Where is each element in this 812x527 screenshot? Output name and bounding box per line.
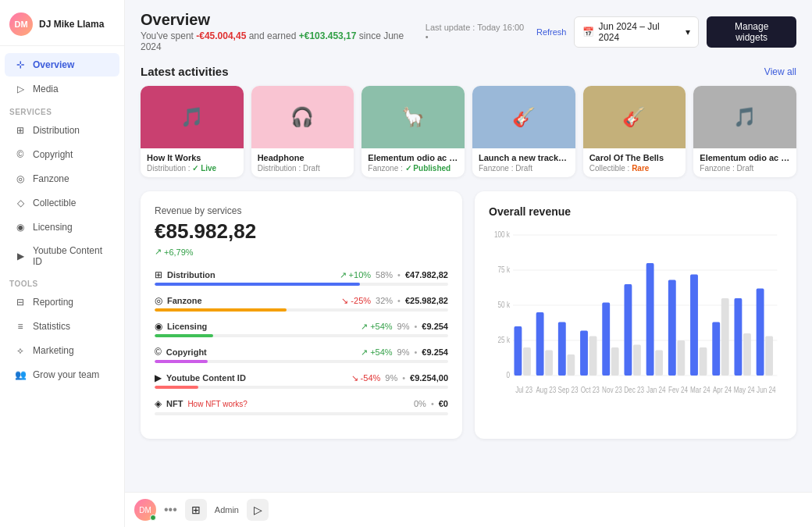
sidebar-item-marketing[interactable]: ⟡ Marketing <box>5 339 119 362</box>
user-avatar: DM <box>9 12 33 36</box>
svg-rect-33 <box>765 336 773 376</box>
svg-rect-14 <box>602 302 610 376</box>
refresh-button[interactable]: Refresh <box>536 27 567 37</box>
activities-section-header: Latest activities View all <box>141 65 796 78</box>
grid-view-button[interactable]: ⊞ <box>185 499 207 521</box>
sidebar-label-collectible: Collectible <box>33 198 76 208</box>
sidebar-item-overview[interactable]: ⊹ Overview <box>5 53 119 77</box>
activity-card[interactable]: 🎵 How It Works Distribution : ✓ Live <box>141 86 244 177</box>
view-all-button[interactable]: View all <box>764 66 796 77</box>
service-row: © Copyright ↗ +54% 9% • €9.254 <box>155 347 448 363</box>
svg-rect-18 <box>690 274 698 376</box>
licensing-icon: ◉ <box>14 221 27 233</box>
svg-rect-30 <box>700 347 707 376</box>
activity-card[interactable]: 🎵 Elementum odio ac facil... Fanzone : D… <box>693 86 796 177</box>
svg-text:Sep 23: Sep 23 <box>558 386 579 394</box>
service-amount: €9.254 <box>422 322 448 331</box>
activity-thumb: 🦙 <box>361 86 465 148</box>
svg-text:Fev 24: Fev 24 <box>668 386 688 394</box>
svg-text:Mar 24: Mar 24 <box>690 386 710 394</box>
service-row: ⊞ Distribution ↗ +10% 58% • €47.982,82 <box>155 269 448 286</box>
activity-thumb: 🎵 <box>141 86 244 148</box>
svg-rect-12 <box>558 322 566 376</box>
nft-link[interactable]: How NFT works? <box>187 400 248 408</box>
sidebar-item-distribution[interactable]: ⊞ Distribution <box>5 119 119 142</box>
earned-amount: +€103.453,17 <box>299 30 357 41</box>
sidebar-item-fanzone[interactable]: ◎ Fanzone <box>5 167 119 191</box>
sidebar-item-collectible[interactable]: ◇ Collectible <box>5 191 119 215</box>
media-icon: ▷ <box>14 83 27 95</box>
revenue-total: €85.982,82 <box>155 219 448 244</box>
overview-icon: ⊹ <box>14 59 27 71</box>
svg-text:Dec 23: Dec 23 <box>624 386 644 394</box>
chart-area: 100 k75 k50 k25 k0Jul 23Aug 23Sep 23Oct … <box>489 227 782 399</box>
activity-name: Launch a new track soo... <box>479 153 569 162</box>
sidebar-label-marketing: Marketing <box>33 345 74 356</box>
manage-widgets-button[interactable]: Manage widgets <box>707 16 796 48</box>
topbar: Overview You've spent -€45.004,45 and ea… <box>125 0 812 57</box>
service-name: Copyright <box>166 347 207 357</box>
service-amount: €0 <box>439 399 448 408</box>
service-name: NFT <box>166 399 183 408</box>
sidebar-label-statistics: Statistics <box>33 321 70 332</box>
sidebar-item-media[interactable]: ▷ Media <box>5 77 119 101</box>
sidebar-item-licensing[interactable]: ◉ Licensing <box>5 215 119 239</box>
svg-rect-10 <box>514 326 522 376</box>
svg-text:Oct 23: Oct 23 <box>581 386 600 394</box>
date-range-button[interactable]: 📅 Jun 2024 – Jul 2024 ▾ <box>574 16 699 48</box>
activity-thumb: 🎸 <box>583 86 686 148</box>
activity-name: Elementum odio ac facil... <box>700 153 790 162</box>
svg-rect-32 <box>743 333 751 376</box>
page-title: Overview <box>141 11 426 29</box>
svg-text:May 24: May 24 <box>734 386 755 394</box>
calendar-icon: 📅 <box>582 27 594 37</box>
page-subtitle: You've spent -€45.004,45 and earned +€10… <box>141 30 426 52</box>
spent-amount: -€45.004,45 <box>196 30 246 41</box>
svg-text:Jan 24: Jan 24 <box>646 386 666 394</box>
sidebar-item-youtube[interactable]: ▶ Youtube Content ID <box>5 240 119 272</box>
sidebar-item-reporting[interactable]: ⊟ Reporting <box>5 290 119 314</box>
overall-revenue-title: Overall revenue <box>489 205 782 218</box>
services-list: ⊞ Distribution ↗ +10% 58% • €47.982,82 ◎… <box>155 269 448 415</box>
activities-grid: 🎵 How It Works Distribution : ✓ Live 🎧 H… <box>141 86 796 177</box>
activity-card[interactable]: 🎸 Carol Of The Bells Collectible : Rare <box>583 86 686 177</box>
activity-thumb: 🎸 <box>472 86 575 148</box>
service-row: ◉ Licensing ↗ +54% 9% • €9.254 <box>155 321 448 337</box>
youtube-icon: ▶ <box>14 250 27 262</box>
service-change: ↘ -25% <box>341 296 371 306</box>
sidebar-label-distribution: Distribution <box>33 125 80 136</box>
activity-card[interactable]: 🎧 Headphone Distribution : Draft <box>251 86 354 177</box>
svg-rect-20 <box>734 298 742 376</box>
revenue-services-card: Revenue by services €85.982,82 ↗ +6,79% … <box>141 191 462 439</box>
sidebar-label-reporting: Reporting <box>33 297 73 308</box>
service-name: Licensing <box>167 322 207 331</box>
activity-card[interactable]: 🦙 Elementum odio ac facil... Fanzone : ✓… <box>361 86 465 177</box>
service-pct: 9% <box>397 322 410 331</box>
activity-card[interactable]: 🎸 Launch a new track soo... Fanzone : Dr… <box>472 86 575 177</box>
collectible-icon: ◇ <box>14 197 27 209</box>
activity-meta: Fanzone : Draft <box>479 164 569 173</box>
service-change: ↘ -54% <box>351 373 381 383</box>
svg-rect-27 <box>633 344 641 376</box>
svg-rect-17 <box>668 280 676 376</box>
svg-rect-26 <box>611 347 619 376</box>
play-button[interactable]: ▷ <box>247 499 269 521</box>
statistics-icon: ≡ <box>14 320 27 333</box>
activity-name: Headphone <box>258 153 348 162</box>
activity-meta: Fanzone : Draft <box>700 164 790 173</box>
sidebar-item-grow[interactable]: 👥 Grow your team <box>5 363 119 386</box>
service-row: ◎ Fanzone ↘ -25% 32% • €25.982,82 <box>155 295 448 312</box>
svg-rect-23 <box>545 351 553 376</box>
svg-rect-21 <box>757 288 764 376</box>
sidebar-item-copyright[interactable]: © Copyright <box>5 143 119 166</box>
tools-section-label: Tools <box>0 273 124 290</box>
sidebar-label-media: Media <box>33 84 59 94</box>
activity-meta: Distribution : ✓ Live <box>147 164 237 173</box>
distribution-icon: ⊞ <box>14 124 27 137</box>
online-indicator <box>150 515 156 521</box>
sidebar-nav-top: ⊹ Overview ▷ Media Services ⊞ Distributi… <box>0 52 124 387</box>
service-amount: €9.254 <box>422 347 448 357</box>
sidebar-item-statistics[interactable]: ≡ Statistics <box>5 315 119 338</box>
bottombar-menu-button[interactable]: ••• <box>164 503 177 517</box>
service-pct: 58% <box>376 270 393 280</box>
